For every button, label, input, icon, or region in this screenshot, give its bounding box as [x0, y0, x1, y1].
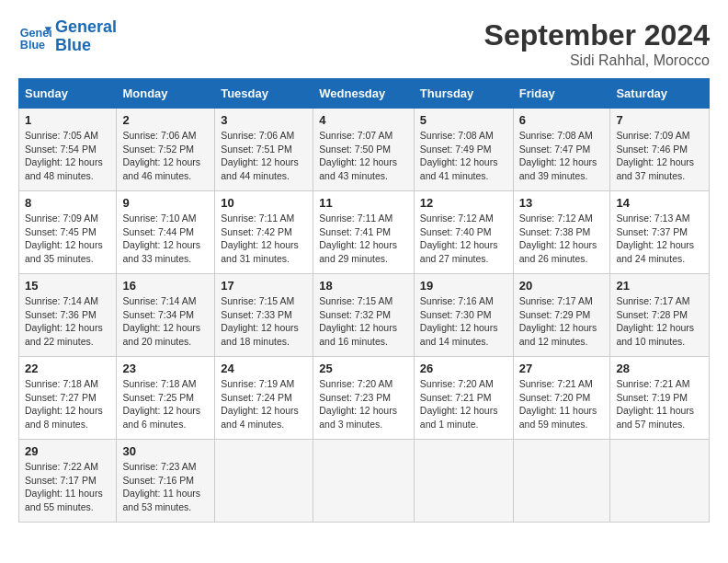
day-info: Sunrise: 7:21 AM Sunset: 7:19 PM Dayligh…: [616, 377, 703, 431]
calendar-cell: 11Sunrise: 7:11 AM Sunset: 7:41 PM Dayli…: [313, 191, 415, 274]
calendar-week-row: 15Sunrise: 7:14 AM Sunset: 7:36 PM Dayli…: [19, 274, 710, 357]
day-info: Sunrise: 7:15 AM Sunset: 7:32 PM Dayligh…: [319, 294, 408, 349]
day-info: Sunrise: 7:16 AM Sunset: 7:30 PM Dayligh…: [420, 294, 507, 349]
day-number: 13: [519, 196, 605, 210]
location-subtitle: Sidi Rahhal, Morocco: [484, 52, 710, 69]
day-info: Sunrise: 7:21 AM Sunset: 7:20 PM Dayligh…: [519, 377, 605, 431]
day-number: 3: [221, 113, 307, 127]
day-info: Sunrise: 7:18 AM Sunset: 7:27 PM Dayligh…: [25, 377, 110, 431]
calendar-cell: 17Sunrise: 7:15 AM Sunset: 7:33 PM Dayli…: [215, 274, 313, 357]
day-number: 7: [616, 113, 703, 127]
day-number: 11: [319, 196, 408, 210]
calendar-cell: 4Sunrise: 7:07 AM Sunset: 7:50 PM Daylig…: [313, 109, 415, 191]
weekday-header: Saturday: [610, 79, 710, 109]
calendar-cell: 3Sunrise: 7:06 AM Sunset: 7:51 PM Daylig…: [215, 109, 313, 191]
day-info: Sunrise: 7:07 AM Sunset: 7:50 PM Dayligh…: [319, 129, 408, 183]
calendar-week-row: 8Sunrise: 7:09 AM Sunset: 7:45 PM Daylig…: [19, 191, 710, 274]
calendar-cell: 29Sunrise: 7:22 AM Sunset: 7:17 PM Dayli…: [19, 440, 117, 523]
day-number: 17: [221, 279, 307, 293]
logo-text: General Blue: [55, 18, 117, 55]
day-info: Sunrise: 7:14 AM Sunset: 7:34 PM Dayligh…: [122, 294, 209, 349]
svg-text:Blue: Blue: [20, 38, 45, 51]
day-info: Sunrise: 7:05 AM Sunset: 7:54 PM Dayligh…: [25, 129, 110, 183]
calendar-cell: [513, 440, 610, 523]
day-number: 6: [519, 113, 605, 127]
page-header: General Blue General Blue September 2024…: [18, 18, 710, 69]
day-number: 28: [616, 362, 703, 375]
weekday-header: Tuesday: [215, 79, 313, 109]
day-number: 10: [221, 196, 307, 210]
calendar-cell: 28Sunrise: 7:21 AM Sunset: 7:19 PM Dayli…: [610, 357, 710, 440]
day-info: Sunrise: 7:08 AM Sunset: 7:49 PM Dayligh…: [420, 129, 507, 183]
calendar-cell: 30Sunrise: 7:23 AM Sunset: 7:16 PM Dayli…: [117, 440, 215, 523]
calendar-cell: [215, 440, 313, 523]
calendar-cell: 27Sunrise: 7:21 AM Sunset: 7:20 PM Dayli…: [513, 357, 610, 440]
weekday-header: Monday: [117, 79, 215, 109]
calendar-cell: 15Sunrise: 7:14 AM Sunset: 7:36 PM Dayli…: [19, 274, 117, 357]
day-number: 20: [519, 279, 605, 293]
day-info: Sunrise: 7:12 AM Sunset: 7:40 PM Dayligh…: [420, 212, 507, 266]
day-number: 21: [616, 279, 703, 293]
weekday-header-row: SundayMondayTuesdayWednesdayThursdayFrid…: [19, 79, 710, 109]
day-info: Sunrise: 7:15 AM Sunset: 7:33 PM Dayligh…: [221, 294, 307, 349]
calendar-cell: 2Sunrise: 7:06 AM Sunset: 7:52 PM Daylig…: [117, 109, 215, 191]
day-number: 27: [519, 362, 605, 375]
day-number: 24: [221, 362, 307, 375]
calendar-cell: 24Sunrise: 7:19 AM Sunset: 7:24 PM Dayli…: [215, 357, 313, 440]
day-info: Sunrise: 7:12 AM Sunset: 7:38 PM Dayligh…: [519, 212, 605, 266]
day-number: 25: [319, 362, 408, 375]
day-number: 9: [122, 196, 209, 210]
weekday-header: Sunday: [19, 79, 117, 109]
day-number: 14: [616, 196, 703, 210]
calendar-week-row: 22Sunrise: 7:18 AM Sunset: 7:27 PM Dayli…: [19, 357, 710, 440]
day-info: Sunrise: 7:08 AM Sunset: 7:47 PM Dayligh…: [519, 129, 605, 183]
calendar-cell: 22Sunrise: 7:18 AM Sunset: 7:27 PM Dayli…: [19, 357, 117, 440]
day-info: Sunrise: 7:09 AM Sunset: 7:46 PM Dayligh…: [616, 129, 703, 183]
calendar-cell: 25Sunrise: 7:20 AM Sunset: 7:23 PM Dayli…: [313, 357, 415, 440]
day-info: Sunrise: 7:10 AM Sunset: 7:44 PM Dayligh…: [122, 212, 209, 266]
month-title: September 2024: [484, 18, 710, 52]
day-number: 18: [319, 279, 408, 293]
logo-line1: General: [55, 17, 117, 36]
calendar-cell: 8Sunrise: 7:09 AM Sunset: 7:45 PM Daylig…: [19, 191, 117, 274]
calendar-cell: 20Sunrise: 7:17 AM Sunset: 7:29 PM Dayli…: [513, 274, 610, 357]
day-number: 16: [122, 279, 209, 293]
day-number: 26: [420, 362, 507, 375]
day-info: Sunrise: 7:18 AM Sunset: 7:25 PM Dayligh…: [122, 377, 209, 431]
calendar-cell: 6Sunrise: 7:08 AM Sunset: 7:47 PM Daylig…: [513, 109, 610, 191]
day-number: 22: [25, 362, 110, 375]
day-info: Sunrise: 7:13 AM Sunset: 7:37 PM Dayligh…: [616, 212, 703, 266]
calendar-cell: [414, 440, 513, 523]
day-number: 1: [25, 113, 110, 127]
day-info: Sunrise: 7:06 AM Sunset: 7:51 PM Dayligh…: [221, 129, 307, 183]
day-info: Sunrise: 7:06 AM Sunset: 7:52 PM Dayligh…: [122, 129, 209, 183]
calendar-cell: 12Sunrise: 7:12 AM Sunset: 7:40 PM Dayli…: [414, 191, 513, 274]
day-info: Sunrise: 7:17 AM Sunset: 7:29 PM Dayligh…: [519, 294, 605, 349]
day-info: Sunrise: 7:09 AM Sunset: 7:45 PM Dayligh…: [25, 212, 110, 266]
day-info: Sunrise: 7:17 AM Sunset: 7:28 PM Dayligh…: [616, 294, 703, 349]
day-info: Sunrise: 7:19 AM Sunset: 7:24 PM Dayligh…: [221, 377, 307, 431]
day-info: Sunrise: 7:11 AM Sunset: 7:42 PM Dayligh…: [221, 212, 307, 266]
day-number: 30: [122, 444, 209, 458]
calendar-cell: 21Sunrise: 7:17 AM Sunset: 7:28 PM Dayli…: [610, 274, 710, 357]
title-block: September 2024 Sidi Rahhal, Morocco: [484, 18, 710, 69]
day-number: 4: [319, 113, 408, 127]
calendar-cell: 26Sunrise: 7:20 AM Sunset: 7:21 PM Dayli…: [414, 357, 513, 440]
day-info: Sunrise: 7:23 AM Sunset: 7:16 PM Dayligh…: [122, 460, 209, 514]
calendar-cell: 18Sunrise: 7:15 AM Sunset: 7:32 PM Dayli…: [313, 274, 415, 357]
calendar-cell: 7Sunrise: 7:09 AM Sunset: 7:46 PM Daylig…: [610, 109, 710, 191]
day-number: 2: [122, 113, 209, 127]
day-number: 12: [420, 196, 507, 210]
logo-line2: Blue: [55, 36, 91, 54]
weekday-header: Wednesday: [313, 79, 415, 109]
day-number: 23: [122, 362, 209, 375]
calendar-table: SundayMondayTuesdayWednesdayThursdayFrid…: [18, 78, 710, 523]
calendar-week-row: 1Sunrise: 7:05 AM Sunset: 7:54 PM Daylig…: [19, 109, 710, 191]
calendar-cell: 16Sunrise: 7:14 AM Sunset: 7:34 PM Dayli…: [117, 274, 215, 357]
calendar-cell: 10Sunrise: 7:11 AM Sunset: 7:42 PM Dayli…: [215, 191, 313, 274]
weekday-header: Friday: [513, 79, 610, 109]
day-number: 15: [25, 279, 110, 293]
day-info: Sunrise: 7:20 AM Sunset: 7:23 PM Dayligh…: [319, 377, 408, 431]
day-info: Sunrise: 7:22 AM Sunset: 7:17 PM Dayligh…: [25, 460, 110, 514]
day-number: 8: [25, 196, 110, 210]
